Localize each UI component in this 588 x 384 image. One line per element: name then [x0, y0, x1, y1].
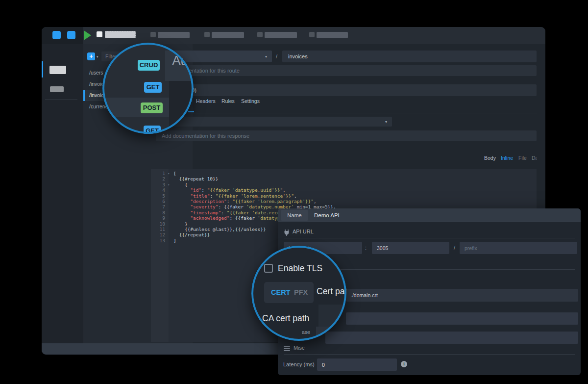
code-line: 1▾[	[151, 171, 537, 176]
passphrase-label-fragment: ase	[302, 329, 310, 335]
menu-item-placeholder[interactable]	[317, 32, 348, 38]
section-divider	[284, 238, 575, 238]
passphrase-input[interactable]	[325, 332, 578, 344]
add-route-button[interactable]: +	[87, 52, 95, 60]
toolbar-square-icon[interactable]	[52, 31, 61, 39]
misc-section-title: Misc	[294, 345, 305, 351]
menu-item-icon	[257, 32, 263, 37]
env-name-input[interactable]: Demo API	[314, 208, 340, 222]
active-tab-indicator	[188, 111, 194, 112]
env-name-row: Name Demo API	[278, 208, 581, 222]
ca-cert-path-label: CA cert path	[262, 313, 309, 324]
body-type-file[interactable]: File	[518, 155, 527, 161]
magnifier-lens-routes: Ad CRUD GET POST GET	[102, 43, 194, 134]
sidebar	[42, 44, 83, 343]
content-type-dropdown[interactable]: ▾	[156, 117, 392, 127]
prefix-separator: /	[454, 245, 455, 251]
code-line: 4 "id": "{{faker 'datatype.uuid'}}",	[151, 187, 537, 193]
port-separator: :	[365, 245, 367, 251]
menu-item-placeholder[interactable]	[265, 32, 297, 38]
chevron-down-icon: ▾	[265, 54, 267, 59]
active-env-name-placeholder[interactable]	[105, 31, 136, 38]
enable-tls-label: Enable TLS	[278, 263, 322, 274]
cert-option[interactable]: CERT	[271, 282, 290, 303]
path-separator: /	[276, 53, 277, 59]
menu-item-icon	[204, 32, 210, 37]
sidebar-active-indicator	[42, 61, 43, 77]
cert-type-toggle: CERT PFX	[264, 282, 314, 303]
cert-path-input[interactable]	[346, 289, 578, 302]
menu-item-icon	[150, 32, 156, 37]
api-url-section-title: API URL	[293, 229, 314, 234]
menu-item-placeholder[interactable]	[212, 32, 244, 38]
response-doc-input[interactable]	[156, 130, 537, 141]
method-badge-get: GET	[144, 126, 161, 134]
sidebar-item-secondary[interactable]	[50, 86, 64, 92]
latency-label: Latency (ms)	[283, 361, 315, 367]
app-toolbar	[42, 27, 545, 44]
menu-item-icon	[309, 32, 315, 37]
misc-icon	[284, 346, 290, 351]
active-env-icon	[97, 31, 102, 37]
body-type-data[interactable]: Da	[532, 155, 537, 161]
tab-settings[interactable]: Settings	[241, 98, 260, 104]
tabs-divider	[151, 113, 537, 113]
play-icon[interactable]	[84, 30, 91, 40]
sidebar-divider	[45, 100, 77, 100]
tab-rules[interactable]: Rules	[221, 98, 235, 104]
info-icon: i	[401, 361, 407, 367]
body-type-inline[interactable]: Inline	[501, 155, 513, 161]
sidebar-item-routes[interactable]	[49, 66, 66, 74]
env-name-label: Name	[281, 210, 308, 221]
chevron-down-icon: ▾	[385, 120, 387, 124]
desktop-background: + ▾ /users /invoice /invoices /currency-…	[0, 0, 588, 384]
lens-selected-route-band	[102, 98, 169, 117]
latency-input[interactable]	[317, 358, 397, 371]
magnifier-lens-tls: Enable TLS CERT PFX Cert path CA cert pa…	[251, 246, 346, 341]
enable-tls-checkbox[interactable]	[264, 264, 273, 273]
cert-path-label: Cert path	[317, 286, 346, 297]
pfx-option[interactable]: PFX	[294, 282, 308, 303]
toolbar-square-icon[interactable]	[67, 31, 75, 39]
body-type-toggle: Body Inline File Da	[478, 154, 537, 163]
route-doc-input[interactable]	[156, 65, 537, 76]
code-line: 3▾ {	[151, 182, 537, 187]
code-line: 5 "title": "{{faker 'lorem.sentence'}}",	[151, 193, 537, 199]
code-line: 6 "description": "{{faker 'lorem.paragra…	[151, 199, 537, 204]
toolbar-left-section	[42, 27, 83, 44]
response-dropdown[interactable]: 00)	[156, 84, 537, 96]
prefix-input[interactable]	[460, 242, 577, 254]
chevron-down-icon[interactable]: ▾	[97, 55, 98, 59]
method-badge-post: POST	[141, 102, 163, 113]
body-label: Body	[484, 155, 496, 161]
plug-icon	[284, 229, 290, 236]
port-input[interactable]	[372, 242, 449, 254]
method-badge-get: GET	[144, 82, 162, 93]
route-path-input[interactable]	[282, 51, 537, 62]
menu-item-placeholder[interactable]	[158, 32, 190, 38]
tab-headers[interactable]: Headers	[196, 98, 216, 104]
section-divider	[284, 354, 575, 355]
method-badge-crud: CRUD	[138, 60, 160, 71]
key-path-input[interactable]	[346, 312, 578, 325]
code-line: 2 {{#repeat 10}}	[151, 176, 537, 181]
